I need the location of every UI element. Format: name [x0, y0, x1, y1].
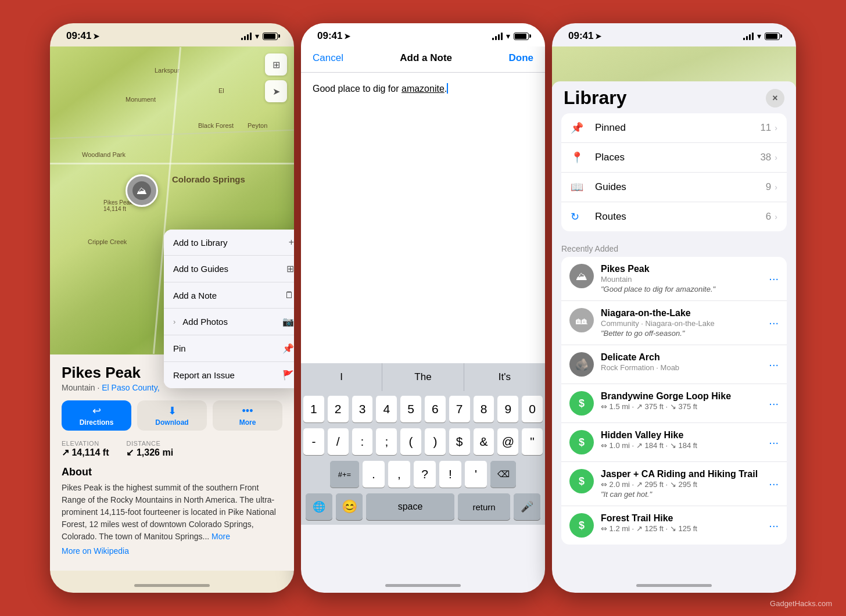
map-label-woodlandpark: Woodland Park [82, 151, 126, 158]
map-label-pikespeak: Pikes Peak14,114 ft [103, 199, 132, 212]
key-hasheq[interactable]: #+= [330, 461, 359, 488]
status-icons-3: ▾ [743, 31, 780, 41]
key-quote[interactable]: " [522, 428, 543, 455]
stats-row: ELEVATION ↗ 14,114 ft DISTANCE ↙ 1,326 m… [62, 440, 282, 458]
key-3[interactable]: 3 [352, 396, 373, 422]
key-7[interactable]: 7 [449, 396, 470, 422]
key-dash[interactable]: - [303, 428, 324, 455]
menu-item-report-issue[interactable]: Report an Issue 🚩 [164, 362, 294, 388]
menu-item-add-library[interactable]: Add to Library + [164, 230, 294, 256]
predictive-item-2[interactable]: The [382, 363, 464, 391]
more-button-delicatearch[interactable]: ··· [764, 358, 779, 371]
home-indicator-3 [636, 584, 712, 587]
key-0[interactable]: 0 [522, 396, 543, 422]
map-label-blackforest: Black Forest [198, 122, 234, 129]
key-9[interactable]: 9 [497, 396, 518, 422]
more-button-hiddenvalley[interactable]: ··· [764, 436, 779, 449]
context-menu: Add to Library + Add to Guides ⊞ Add a N… [164, 230, 294, 388]
space-key[interactable]: space [366, 493, 454, 520]
nav-item-places[interactable]: 📍 Places 38 › [561, 143, 787, 173]
more-button[interactable]: ••• More [213, 400, 282, 431]
note-text-area[interactable]: Good place to dig for amazonite. [301, 73, 545, 363]
map-label-csprings: Colorado Springs [172, 174, 245, 184]
key-4[interactable]: 4 [376, 396, 397, 422]
key-semicolon[interactable]: ; [376, 428, 397, 455]
more-button-foresttrail[interactable]: ··· [764, 519, 779, 532]
wikipedia-link[interactable]: More on Wikipedia [62, 546, 282, 556]
map-label-larkspur: Larkspur [155, 67, 180, 74]
status-bar-1: 09:41 ➤ ▾ [50, 23, 294, 46]
done-button[interactable]: Done [509, 52, 534, 64]
predictive-item-3[interactable]: It's [464, 363, 545, 391]
recent-item-jasper[interactable]: $ Jasper + CA Riding and Hiking Trail ⇔ … [561, 462, 787, 506]
menu-item-add-guides[interactable]: Add to Guides ⊞ [164, 256, 294, 282]
map-type-button[interactable]: ⊞ [265, 53, 287, 76]
recent-item-niagara[interactable]: 🏘 Niagara-on-the-Lake Community · Niagar… [561, 301, 787, 345]
location-button[interactable]: ➤ [265, 80, 287, 102]
nav-item-pinned[interactable]: 📌 Pinned 11 › [561, 113, 787, 143]
menu-item-add-photos[interactable]: › Add Photos 📷 [164, 309, 294, 335]
key-slash[interactable]: / [328, 428, 349, 455]
avatar-niagara: 🏘 [569, 308, 594, 332]
signal-icon-3 [743, 33, 754, 40]
directions-button[interactable]: ↩ Directions [62, 400, 131, 431]
predictive-text-bar: I The It's [301, 363, 545, 391]
elevation-stat: ELEVATION ↗ 14,114 ft [62, 440, 109, 458]
status-time-1: 09:41 ➤ [66, 30, 99, 42]
key-period[interactable]: . [363, 461, 385, 488]
chevron-right-icon: › [775, 123, 777, 132]
cancel-button[interactable]: Cancel [313, 52, 343, 64]
recent-item-brandywine[interactable]: $ Brandywine Gorge Loop Hike ⇔ 1.5 mi · … [561, 384, 787, 423]
battery-icon-3 [765, 33, 780, 40]
text-cursor [447, 83, 448, 94]
return-key[interactable]: return [458, 493, 510, 520]
wifi-icon-2: ▾ [506, 31, 510, 41]
key-question[interactable]: ? [414, 461, 436, 488]
key-1[interactable]: 1 [303, 396, 324, 422]
keyboard-row-symbols2: #+= . , ? ! ' ⌫ [303, 461, 543, 488]
menu-item-add-note[interactable]: Add a Note 🗒 [164, 282, 294, 309]
more-button-pikespeak[interactable]: ··· [764, 272, 779, 285]
about-more-link[interactable]: More [212, 532, 230, 541]
chevron-right-icon-3: › [775, 182, 777, 192]
avatar-brandywine: $ [569, 391, 594, 416]
key-comma[interactable]: , [388, 461, 410, 488]
download-button[interactable]: ⬇ Download [137, 400, 207, 431]
key-colon[interactable]: : [352, 428, 373, 455]
more-dots-icon: ••• [242, 405, 253, 417]
battery-icon [263, 33, 278, 40]
recent-item-pikespeak[interactable]: ⛰ Pikes Peak Mountain "Good place to dig… [561, 257, 787, 301]
recent-item-hiddenvalley[interactable]: $ Hidden Valley Hike ⇔ 1.0 mi · ↗ 184 ft… [561, 423, 787, 462]
library-close-button[interactable]: × [766, 89, 784, 108]
key-apostrophe[interactable]: ' [465, 461, 487, 488]
menu-item-pin[interactable]: Pin 📌 [164, 335, 294, 362]
key-ampersand[interactable]: & [474, 428, 494, 455]
guides-nav-icon: 📖 [571, 181, 588, 194]
key-lparen[interactable]: ( [400, 428, 421, 455]
key-rparen[interactable]: ) [425, 428, 446, 455]
key-at[interactable]: @ [497, 428, 518, 455]
key-5[interactable]: 5 [400, 396, 421, 422]
phone-note-screen: 09:41 ➤ ▾ Cancel Add a Note Done [301, 23, 545, 593]
keyboard-bottom-row: 🌐 😊 space return 🎤 [303, 493, 543, 520]
mic-key[interactable]: 🎤 [514, 493, 540, 520]
nav-item-routes[interactable]: ↻ Routes 6 › [561, 202, 787, 231]
place-location-link[interactable]: El Paso County, [102, 383, 159, 392]
predictive-item-1[interactable]: I [301, 363, 382, 391]
nav-item-guides[interactable]: 📖 Guides 9 › [561, 173, 787, 202]
more-button-brandywine[interactable]: ··· [764, 397, 779, 410]
emoji-key[interactable]: 😊 [336, 493, 363, 520]
delete-key[interactable]: ⌫ [490, 461, 516, 488]
globe-key[interactable]: 🌐 [306, 493, 332, 520]
key-6[interactable]: 6 [425, 396, 446, 422]
recent-item-delicatearch[interactable]: 🪨 Delicate Arch Rock Formation · Moab ··… [561, 345, 787, 384]
key-exclaim[interactable]: ! [439, 461, 461, 488]
key-dollar[interactable]: $ [449, 428, 470, 455]
key-2[interactable]: 2 [328, 396, 349, 422]
map-pin[interactable]: ⛰ [126, 174, 158, 207]
avatar-delicatearch: 🪨 [569, 352, 594, 377]
recent-item-foresttrail[interactable]: $ Forest Trail Hike ⇔ 1.2 mi · ↗ 125 ft … [561, 506, 787, 545]
key-8[interactable]: 8 [474, 396, 494, 422]
more-button-jasper[interactable]: ··· [764, 477, 779, 490]
more-button-niagara[interactable]: ··· [764, 316, 779, 330]
